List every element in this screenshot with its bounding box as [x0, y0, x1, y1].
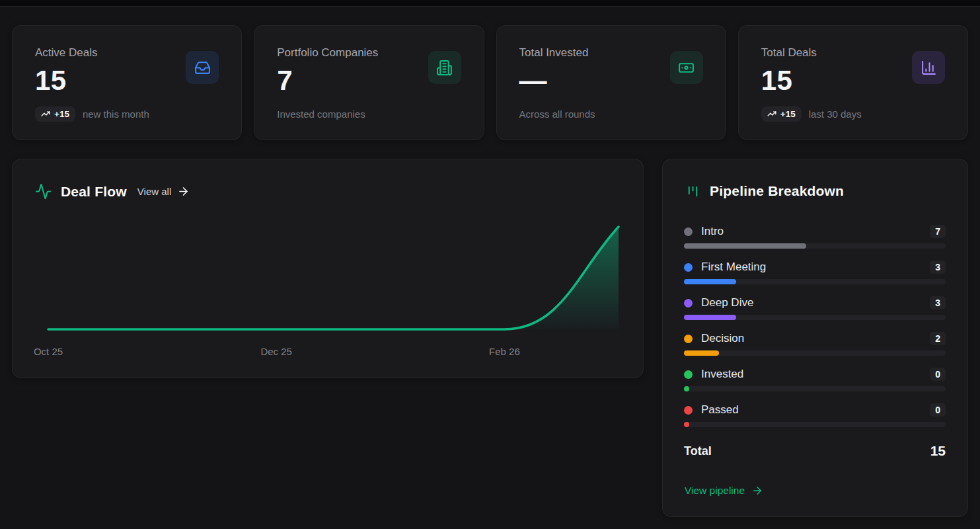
stage-row-intro: Intro 7 — [684, 224, 946, 249]
stage-row-invested: Invested 0 — [684, 366, 946, 391]
trending-up-icon — [767, 109, 776, 118]
stage-label: Intro — [701, 225, 724, 238]
stage-dot — [684, 263, 693, 272]
stage-progress-fill — [684, 315, 736, 320]
banknote-icon — [678, 60, 695, 76]
stage-dot — [684, 406, 693, 415]
deal-flow-line — [48, 227, 619, 329]
x-axis-tick: Oct 25 — [34, 346, 63, 357]
view-pipeline-link[interactable]: View pipeline — [685, 483, 763, 498]
stage-row-deep-dive: Deep Dive 3 — [684, 295, 946, 320]
stats-row: Active Deals 15 +15 new this month Portf… — [12, 25, 968, 140]
stat-icon-box — [428, 51, 461, 84]
stage-value-badge: 2 — [930, 332, 946, 345]
stage-label: Invested — [701, 368, 743, 381]
stat-icon-box — [912, 51, 945, 84]
arrow-right-icon — [177, 185, 190, 198]
x-axis-tick: Dec 25 — [260, 346, 292, 357]
stage-row-decision: Decision 2 — [684, 331, 946, 356]
trend-badge-label: +15 — [54, 109, 69, 119]
arrow-right-icon — [751, 485, 763, 497]
stage-dot — [684, 335, 693, 343]
stage-progress-fill — [684, 386, 689, 391]
trending-up-icon — [41, 109, 50, 118]
trend-badge: +15 — [761, 106, 802, 122]
stage-row-passed: Passed 0 — [684, 402, 946, 427]
stage-value-badge: 0 — [930, 403, 946, 417]
stat-card-active-deals: Active Deals 15 +15 new this month — [12, 25, 242, 140]
top-bar — [0, 0, 980, 7]
stage-progress-track — [684, 350, 946, 356]
activity-icon — [35, 183, 52, 200]
trend-badge-label: +15 — [780, 109, 796, 119]
pipeline-stages: Intro 7 First Meeting 3 Deep Dive 3 — [684, 224, 946, 438]
stage-value-badge: 7 — [930, 225, 946, 238]
pipeline-title: Pipeline Breakdown — [710, 183, 844, 199]
stage-progress-track — [684, 422, 946, 427]
stat-icon-box — [186, 51, 219, 84]
total-value: 15 — [930, 443, 946, 459]
building-icon — [436, 60, 453, 76]
total-label: Total — [684, 444, 712, 458]
stat-card-total-deals: Total Deals 15 +15 last 30 days — [738, 25, 968, 140]
stage-dot — [684, 370, 693, 379]
deal-flow-title: Deal Flow — [61, 184, 127, 200]
kanban-icon — [685, 184, 700, 199]
stage-progress-fill — [684, 422, 689, 427]
stage-dot — [684, 299, 693, 307]
stage-value-badge: 3 — [930, 261, 946, 274]
bar-chart-icon — [921, 60, 937, 76]
stage-progress-fill — [684, 350, 719, 356]
stat-subtitle: new this month — [83, 108, 149, 120]
deal-flow-area — [48, 227, 619, 329]
deal-flow-card: Deal Flow View all Oct 25 Dec 25 Feb 26 — [12, 159, 644, 378]
stage-value-badge: 0 — [930, 368, 946, 381]
stage-progress-fill — [684, 243, 806, 249]
inbox-icon — [194, 60, 211, 76]
stage-progress-track — [684, 386, 946, 391]
stat-subtitle: Invested companies — [277, 108, 365, 120]
pipeline-breakdown-card: Pipeline Breakdown Intro 7 First Meeting… — [662, 159, 968, 517]
stage-row-first-meeting: First Meeting 3 — [684, 259, 946, 284]
stat-card-portfolio-companies: Portfolio Companies 7 Invested companies — [254, 25, 484, 140]
stage-progress-track — [684, 315, 946, 320]
stage-value-badge: 3 — [930, 296, 946, 309]
stage-label: First Meeting — [701, 261, 766, 274]
view-all-label: View all — [137, 186, 171, 197]
stat-subtitle: Across all rounds — [519, 108, 595, 120]
view-all-link[interactable]: View all — [137, 185, 190, 198]
stage-progress-track — [684, 243, 946, 249]
stage-progress-fill — [684, 279, 736, 284]
stage-label: Decision — [701, 332, 744, 345]
x-axis-tick: Feb 26 — [489, 346, 520, 357]
pipeline-total-row: Total 15 — [684, 443, 946, 459]
stat-subtitle: last 30 days — [809, 108, 862, 120]
trend-badge: +15 — [35, 106, 75, 122]
stage-label: Passed — [701, 403, 739, 417]
stat-card-total-invested: Total Invested — Across all rounds — [496, 25, 726, 140]
view-pipeline-label: View pipeline — [685, 485, 745, 497]
stage-label: Deep Dive — [701, 296, 753, 309]
stage-progress-track — [684, 279, 946, 284]
stage-dot — [684, 227, 693, 236]
stat-icon-box — [670, 51, 703, 84]
